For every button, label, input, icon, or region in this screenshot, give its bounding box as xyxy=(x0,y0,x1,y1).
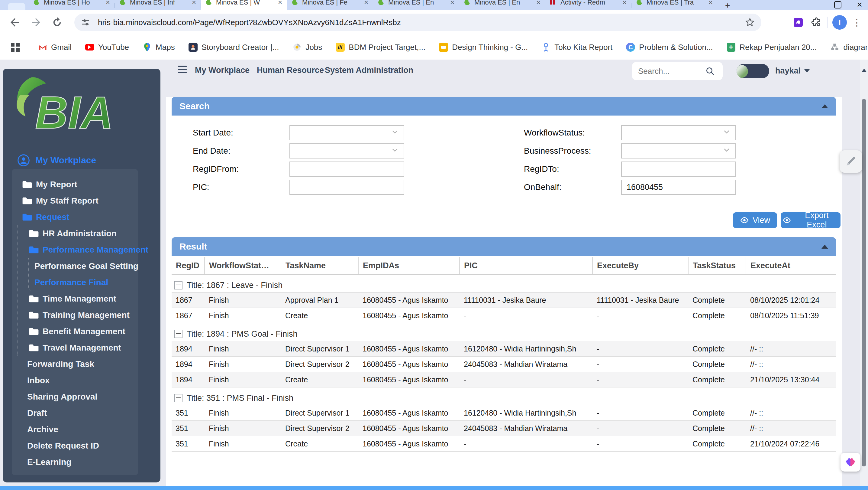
global-search-box[interactable] xyxy=(632,62,723,80)
column-header[interactable]: TaskStatus xyxy=(688,257,746,274)
ai-assistant-button[interactable] xyxy=(840,453,861,471)
tab-close-icon[interactable]: × xyxy=(709,0,713,7)
tab-close-icon[interactable]: × xyxy=(364,0,368,7)
bookmark-toko-kita[interactable]: Toko Kita Report xyxy=(541,42,612,52)
regidto-input[interactable] xyxy=(621,162,736,177)
sidebar-item-my-report[interactable]: My Report xyxy=(12,176,138,193)
sidebar-item-benefit-management[interactable]: Benefit Management xyxy=(18,323,138,340)
global-search-input[interactable] xyxy=(638,66,705,76)
monica-extension-icon[interactable] xyxy=(794,18,803,27)
browser-tab[interactable]: Activity - Redm × xyxy=(545,0,631,10)
search-icon[interactable] xyxy=(705,66,715,76)
sidebar-item-performance-final[interactable]: Performance Final xyxy=(29,275,138,291)
pic-input[interactable] xyxy=(289,180,404,195)
tab-close-icon[interactable]: × xyxy=(278,0,282,7)
bookmark-youtube[interactable]: YouTube xyxy=(85,42,129,52)
view-button[interactable]: View xyxy=(733,212,777,228)
onbehalf-input[interactable] xyxy=(621,180,736,195)
bookmark-star-icon[interactable] xyxy=(744,17,755,28)
sidebar-item-e-learning[interactable]: E-Learning xyxy=(12,454,138,470)
new-tab-button[interactable]: + xyxy=(725,1,730,10)
browser-tab[interactable]: Minova ES | En × xyxy=(373,0,459,10)
bookmark-rekap-penjualan[interactable]: + Rekap Penjualan 20... xyxy=(726,42,817,52)
sidebar-item-forwarding-task[interactable]: Forwarding Task xyxy=(12,356,138,372)
forward-icon[interactable] xyxy=(30,16,42,29)
tab-close-icon[interactable]: × xyxy=(192,0,196,7)
bookmark-gmail[interactable]: Gmail xyxy=(38,42,71,52)
tab-scroll-stub[interactable] xyxy=(8,3,25,10)
regidfrom-field[interactable] xyxy=(294,164,399,174)
collapse-group-icon[interactable] xyxy=(174,281,183,289)
browser-tab[interactable]: Minova ES | Ho × xyxy=(29,0,115,10)
bookmark-storyboard[interactable]: Storyboard Creator |... xyxy=(188,42,279,52)
businessprocess-select[interactable] xyxy=(621,143,736,158)
tab-close-icon[interactable]: × xyxy=(106,0,110,7)
sidebar-item-training-management[interactable]: Training Management xyxy=(18,307,138,323)
sidebar-item-request[interactable]: Request xyxy=(12,209,138,225)
collapse-icon[interactable] xyxy=(822,245,828,249)
column-header[interactable]: PIC xyxy=(460,257,593,274)
browser-tab[interactable]: Minova ES | Inf × xyxy=(115,0,201,10)
sidebar-section-my-workplace[interactable]: My Workplace xyxy=(17,154,96,167)
regidto-field[interactable] xyxy=(626,164,731,174)
column-header[interactable]: EmpIDAs xyxy=(359,257,460,274)
site-settings-icon[interactable] xyxy=(81,17,91,28)
sidebar-item-inbox[interactable]: Inbox xyxy=(12,372,138,389)
sidebar-item-my-staff-report[interactable]: My Staff Report xyxy=(12,193,138,209)
browser-tab[interactable]: Minova ES | Tra × xyxy=(631,0,717,10)
sidebar-item-hr-administration[interactable]: HR Administration xyxy=(18,225,138,242)
start-date-select[interactable] xyxy=(289,125,404,140)
bookmark-problem-solution[interactable]: C Problem & Solution... xyxy=(626,42,713,52)
page-scrollbar[interactable] xyxy=(860,60,868,486)
sidebar-item-time-management[interactable]: Time Management xyxy=(18,291,138,307)
tab-close-icon[interactable]: × xyxy=(622,0,627,7)
sidebar-item-draft[interactable]: Draft xyxy=(12,405,138,421)
bookmark-maps[interactable]: Maps xyxy=(142,42,175,52)
sidebar-item-delete-request-id[interactable]: Delete Request ID xyxy=(12,438,138,454)
user-menu[interactable]: haykal xyxy=(775,66,810,76)
nav-human-resource[interactable]: Human Resource xyxy=(257,63,324,78)
onbehalf-field[interactable] xyxy=(626,182,731,192)
url-bar[interactable]: hris-bia.minovaiscloud.com/Page/WfReport… xyxy=(74,13,761,31)
screenshot-tool-button[interactable] xyxy=(840,150,862,173)
result-panel-header[interactable]: Result xyxy=(172,237,836,256)
column-header[interactable]: RegID xyxy=(172,257,205,274)
apps-grid-icon[interactable] xyxy=(11,43,20,52)
bookmark-jobs[interactable]: Jobs xyxy=(292,42,322,52)
column-header[interactable]: TaskName xyxy=(281,257,359,274)
search-panel-header[interactable]: Search xyxy=(172,97,836,116)
browser-tab[interactable]: Minova ES | En × xyxy=(459,0,545,10)
bookmark-bdm[interactable]: BDM Project Target,... xyxy=(335,42,425,52)
end-date-select[interactable] xyxy=(289,143,404,158)
export-excel-button[interactable]: Export Excel xyxy=(781,212,840,228)
pic-field[interactable] xyxy=(294,182,399,192)
browser-tab-active[interactable]: Minova ES | W × xyxy=(201,0,287,10)
sidebar-item-archive[interactable]: Archive xyxy=(12,421,138,438)
sidebar-item-performance-goal-setting[interactable]: Performance Goal Setting xyxy=(29,258,138,275)
browser-tab[interactable]: Minova ES | Fe × xyxy=(287,0,373,10)
sidebar-item-performance-management[interactable]: Performance Management xyxy=(18,242,138,258)
window-restore-icon[interactable] xyxy=(834,1,841,8)
window-close-icon[interactable]: ✕ xyxy=(857,1,863,9)
nav-system-administration[interactable]: System Administration xyxy=(325,63,413,78)
nav-my-workplace[interactable]: My Workplace xyxy=(195,63,250,78)
user-avatar[interactable] xyxy=(737,64,769,78)
menu-toggle-icon[interactable] xyxy=(178,66,187,75)
reload-icon[interactable] xyxy=(51,16,63,29)
scrollbar-up-arrow[interactable] xyxy=(861,69,867,72)
regidfrom-input[interactable] xyxy=(289,162,404,177)
browser-menu-icon[interactable]: ⋮ xyxy=(852,17,861,28)
scrollbar-thumb[interactable] xyxy=(862,99,866,466)
sidebar-item-travel-management[interactable]: Travel Management xyxy=(18,340,138,356)
collapse-icon[interactable] xyxy=(822,104,828,108)
back-icon[interactable] xyxy=(8,16,21,29)
bookmark-design-thinking[interactable]: Design Thinking - G... xyxy=(439,42,528,52)
sidebar-item-sharing-approval[interactable]: Sharing Approval xyxy=(12,389,138,405)
browser-profile-avatar[interactable]: I xyxy=(832,15,847,30)
workflowstatus-select[interactable] xyxy=(621,125,736,140)
column-header[interactable]: ExecuteBy xyxy=(593,257,688,274)
tab-close-icon[interactable]: × xyxy=(450,0,455,7)
column-header[interactable]: ExecuteAt xyxy=(746,257,836,274)
tab-close-icon[interactable]: × xyxy=(536,0,540,7)
collapse-group-icon[interactable] xyxy=(174,394,183,402)
